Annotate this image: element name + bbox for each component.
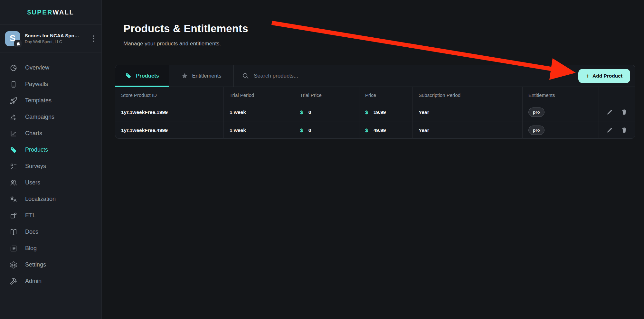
entitlement-badge: pro — [528, 108, 545, 117]
cell-trial-period: 1 week — [224, 103, 294, 121]
column-header-store-product-id: Store Product ID — [115, 87, 224, 103]
trial-price-value: 0 — [308, 109, 311, 115]
sidebar-item-localization[interactable]: Localization — [0, 191, 101, 207]
column-header-actions — [599, 87, 635, 103]
sidebar-item-label: Campaigns — [25, 114, 54, 120]
sidebar-item-overview[interactable]: Overview — [0, 60, 101, 76]
app-switcher[interactable]: S Scores for NCAA Spo… Day Well Spent, L… — [0, 25, 101, 52]
sidebar-item-label: Localization — [25, 196, 56, 202]
edit-product-button[interactable] — [606, 108, 613, 116]
active-tab-underline — [115, 86, 169, 87]
add-product-label: Add Product — [592, 73, 622, 79]
sidebar: $UPERWALL S Scores for NCAA Spo… Day Wel… — [0, 0, 102, 319]
cell-trial-price: $0 — [294, 121, 359, 139]
cell-price: $19.99 — [359, 103, 413, 121]
tag-icon — [125, 72, 132, 79]
sidebar-item-label: ETL — [25, 212, 36, 219]
flow-arrow-icon — [10, 113, 17, 121]
checklist-icon — [10, 163, 17, 170]
cell-actions — [599, 103, 635, 121]
trash-icon — [621, 127, 627, 133]
trash-icon — [621, 109, 627, 115]
sidebar-item-label: Products — [25, 146, 48, 153]
sidebar-item-blog[interactable]: Blog — [0, 240, 101, 257]
search-icon — [242, 72, 249, 79]
sidebar-item-charts[interactable]: Charts — [0, 125, 101, 142]
sidebar-item-paywalls[interactable]: Paywalls — [0, 76, 101, 92]
line-chart-icon — [10, 130, 17, 137]
cell-subscription-period: Year — [413, 121, 523, 139]
page-subtitle: Manage your products and entitlements. — [123, 41, 221, 47]
sidebar-item-label: Users — [25, 179, 40, 186]
translate-icon — [10, 195, 17, 203]
delete-product-button[interactable] — [620, 108, 628, 116]
sidebar-item-label: Charts — [25, 130, 42, 137]
sidebar-item-label: Admin — [25, 278, 42, 285]
cell-trial-price: $0 — [294, 103, 359, 121]
sidebar-item-docs[interactable]: Docs — [0, 224, 101, 240]
book-icon — [10, 228, 17, 236]
logo-text: $UPERWALL — [27, 9, 74, 16]
sidebar-item-label: Surveys — [25, 163, 46, 170]
sidebar-item-label: Templates — [25, 97, 52, 104]
cell-store-product-id: 1yr.1weekFree.1999 — [115, 103, 224, 121]
hammer-icon — [10, 277, 17, 285]
sidebar-item-label: Overview — [25, 64, 49, 71]
apple-platform-icon — [14, 40, 22, 47]
search-zone: + Add Product — [234, 65, 635, 87]
currency-symbol: $ — [365, 109, 368, 115]
app-name: Scores for NCAA Spo… — [25, 33, 92, 38]
column-header-entitlements: Entitlements — [523, 87, 599, 103]
cell-subscription-period: Year — [413, 103, 523, 121]
app-switcher-menu-icon[interactable] — [92, 34, 96, 43]
org-name: Day Well Spent, LLC — [25, 40, 92, 44]
column-header-subscription-period: Subscription Period — [413, 87, 523, 103]
currency-symbol: $ — [365, 127, 368, 133]
add-product-button[interactable]: + Add Product — [578, 69, 630, 83]
cell-actions — [599, 121, 635, 139]
sidebar-item-label: Paywalls — [25, 81, 48, 88]
currency-symbol: $ — [300, 109, 303, 115]
column-header-trial-price: Trial Price — [294, 87, 359, 103]
sidebar-item-settings[interactable]: Settings — [0, 257, 101, 273]
sidebar-item-surveys[interactable]: Surveys — [0, 158, 101, 174]
pencil-icon — [607, 127, 613, 133]
logo-accent-text: $UPER — [27, 9, 53, 16]
delete-product-button[interactable] — [620, 127, 628, 134]
sidebar-item-users[interactable]: Users — [0, 174, 101, 191]
entitlement-badge: pro — [528, 126, 545, 135]
tab-label: Products — [136, 73, 159, 79]
newspaper-icon — [10, 245, 17, 252]
edit-product-button[interactable] — [606, 127, 613, 134]
sidebar-item-campaigns[interactable]: Campaigns — [0, 109, 101, 125]
pencil-icon — [607, 109, 613, 115]
superwall-dashboard: $UPERWALL S Scores for NCAA Spo… Day Wel… — [0, 0, 644, 319]
users-icon — [10, 179, 17, 187]
superwall-logo[interactable]: $UPERWALL — [0, 0, 101, 25]
sidebar-item-templates[interactable]: Templates — [0, 92, 101, 109]
export-icon — [10, 212, 17, 220]
sidebar-item-admin[interactable]: Admin — [0, 273, 101, 289]
page-title: Products & Entitlements — [123, 23, 248, 35]
pie-chart-icon — [10, 64, 17, 72]
tab-products[interactable]: Products — [115, 65, 169, 87]
cell-store-product-id: 1yr.1weekFree.4999 — [115, 121, 224, 139]
price-value: 49.99 — [374, 127, 386, 133]
column-header-price: Price — [359, 87, 413, 103]
sidebar-item-label: Settings — [25, 261, 46, 268]
search-input[interactable] — [254, 73, 344, 79]
cell-entitlements: pro — [523, 103, 599, 121]
table-header: Store Product ID Trial Period Trial Pric… — [115, 87, 635, 103]
tab-entitlements[interactable]: Entitlements — [169, 65, 234, 87]
cell-trial-period: 1 week — [224, 121, 294, 139]
phone-icon — [10, 80, 17, 88]
star-icon — [181, 72, 188, 79]
gear-icon — [10, 261, 17, 269]
sidebar-item-products[interactable]: Products — [0, 142, 101, 158]
sidebar-item-etl[interactable]: ETL — [0, 207, 101, 224]
logo-rest-text: WALL — [53, 9, 74, 16]
cell-entitlements: pro — [523, 121, 599, 139]
rocket-icon — [10, 97, 17, 105]
plus-icon: + — [586, 73, 590, 79]
main-content: Products & Entitlements Manage your prod… — [102, 0, 644, 319]
